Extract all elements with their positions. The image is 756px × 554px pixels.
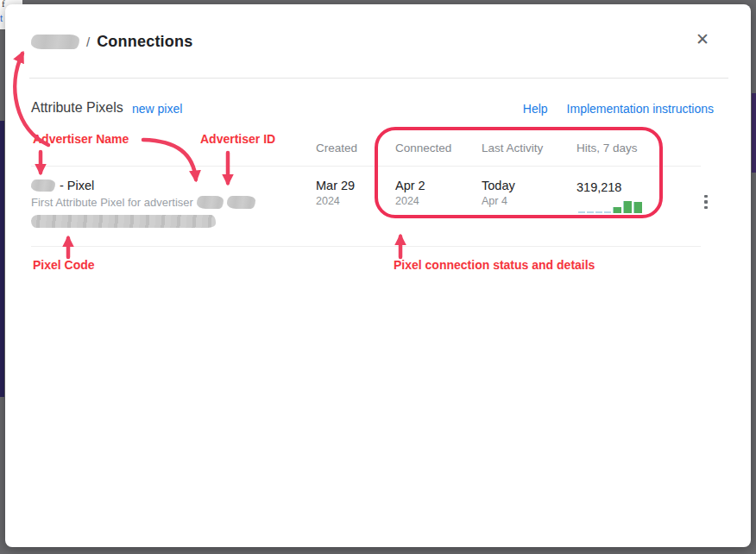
close-icon[interactable]: ✕ bbox=[696, 31, 709, 47]
backdrop-text-fragment: f bbox=[2, 0, 5, 9]
modal-header: / Connections bbox=[31, 33, 192, 51]
page-title: Connections bbox=[97, 33, 192, 51]
implementation-instructions-link[interactable]: Implementation instructions bbox=[567, 102, 714, 116]
pixel-name-suffix: - Pixel bbox=[60, 179, 94, 192]
annotation-connection-status: Pixel connection status and details bbox=[394, 258, 595, 272]
header-divider bbox=[29, 78, 728, 79]
created-date: Mar 29 bbox=[316, 179, 355, 192]
created-year: 2024 bbox=[316, 195, 355, 207]
annotation-highlight-box bbox=[375, 127, 663, 218]
pixel-description: First Attribute Pixel for advertiser bbox=[31, 196, 255, 209]
annotation-advertiser-id: Advertiser ID bbox=[200, 132, 275, 146]
column-header-created: Created bbox=[316, 142, 357, 154]
help-links: Help Implementation instructions bbox=[0, 102, 714, 116]
redacted-advertiser-name-breadcrumb bbox=[31, 35, 79, 49]
annotation-pixel-code: Pixel Code bbox=[33, 258, 95, 272]
table-row-divider bbox=[31, 246, 701, 247]
backdrop-link-fragment: t bbox=[0, 13, 3, 23]
cell-created: Mar 29 2024 bbox=[316, 179, 355, 207]
redacted-advertiser-id-inline bbox=[227, 196, 255, 209]
pixel-description-text: First Attribute Pixel for advertiser bbox=[31, 196, 193, 209]
redacted-advertiser-name-inline bbox=[197, 196, 224, 209]
annotation-advertiser-name: Advertiser Name bbox=[33, 132, 129, 146]
help-link[interactable]: Help bbox=[523, 102, 548, 116]
pixel-name: - Pixel bbox=[31, 179, 94, 192]
connections-modal bbox=[5, 4, 751, 547]
row-menu-kebab-icon[interactable] bbox=[699, 191, 713, 213]
backdrop-sidebar-sliver bbox=[0, 121, 4, 397]
redacted-pixel-code bbox=[31, 215, 216, 228]
breadcrumb-separator: / bbox=[86, 35, 90, 49]
backdrop-panel-sliver bbox=[752, 93, 756, 173]
redacted-advertiser-name bbox=[31, 179, 55, 192]
